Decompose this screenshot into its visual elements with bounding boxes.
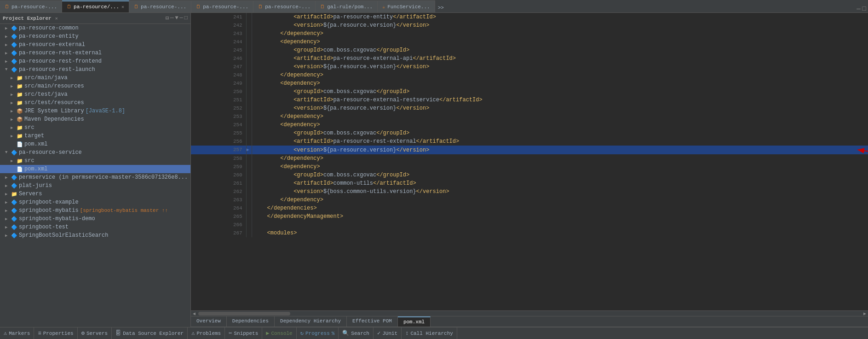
project-explorer-close-icon[interactable]: ✕ bbox=[55, 16, 58, 21]
line-number: 242 bbox=[191, 21, 246, 29]
tab-5-icon: 🗒 bbox=[258, 4, 263, 10]
status-label: Snippets bbox=[234, 331, 258, 336]
tree-item-pa-resource-rest-frontend[interactable]: ▶ 🔷 pa-resource-rest-frontend bbox=[0, 57, 190, 65]
call hierarchy-icon: ↕ bbox=[405, 330, 408, 337]
editor-content[interactable]: 241 <artifactId>pa-resource-entity</arti… bbox=[191, 13, 868, 310]
line-gutter bbox=[246, 88, 252, 96]
status-item-search[interactable]: 🔍Search bbox=[339, 327, 374, 339]
tree-item-servers[interactable]: ▶ 📁 Servers bbox=[0, 190, 190, 198]
tab-4[interactable]: 🗒 pa-resource-... bbox=[191, 0, 253, 12]
status-item-progress[interactable]: ↻Progress % bbox=[297, 327, 339, 339]
tree-item-permservice[interactable]: ▶ 🔷 permservice (in permservice-master-3… bbox=[0, 173, 190, 181]
tab-1[interactable]: 🗒 pa-resource-... bbox=[0, 0, 62, 12]
status-item-junit[interactable]: ✓JUnit bbox=[374, 327, 402, 339]
tab-6[interactable]: 🗒 gal-rule/pom... bbox=[316, 0, 378, 12]
scroll-right-icon[interactable]: ▶ bbox=[862, 311, 868, 316]
tab-1-icon: 🗒 bbox=[5, 4, 9, 10]
tree-item-springboot-mybatis[interactable]: ▶ 🔷 springboot-mybatis [springboot-mybat… bbox=[0, 206, 190, 215]
tree-item-springboot-solr[interactable]: ▶ 🔷 SpringBootSolrElasticSearch bbox=[0, 231, 190, 240]
line-number: 252 bbox=[191, 104, 246, 112]
bottom-tab-pom.xml[interactable]: pom.xml bbox=[398, 316, 431, 327]
arrow-icon: ▶ bbox=[5, 26, 10, 31]
tab-2-close[interactable]: ✕ bbox=[121, 4, 124, 10]
code-table: 241 <artifactId>pa-resource-entity</arti… bbox=[191, 13, 868, 237]
panel-max-icon[interactable]: □ bbox=[184, 15, 188, 22]
tab-5[interactable]: 🗒 pa-resource-... bbox=[253, 0, 316, 12]
arrow-icon: ▶ bbox=[5, 233, 10, 238]
line-code: <artifactId>pa-resource-rest-external</a… bbox=[252, 137, 868, 146]
arrow-icon: ▶ bbox=[5, 183, 10, 188]
minimize-icon[interactable]: — bbox=[857, 5, 860, 12]
line-code: </dependency> bbox=[252, 29, 868, 38]
tree-item-pa-resource-rest-external[interactable]: ▶ 🔷 pa-resource-rest-external bbox=[0, 49, 190, 57]
status-item-snippets[interactable]: ✂Snippets bbox=[225, 327, 262, 339]
folder-icon: 📁 bbox=[17, 83, 23, 89]
link-editor-icon[interactable]: ↔ bbox=[170, 15, 173, 22]
line-code: <dependency> bbox=[252, 163, 868, 171]
scroll-left-icon[interactable]: ◀ bbox=[191, 311, 197, 316]
project-tree[interactable]: ▶ 🔷 pa-resource-common ▶ 🔷 pa-resource-e… bbox=[0, 24, 190, 327]
folder-icon: 📁 bbox=[17, 158, 23, 164]
line-number: 262 bbox=[191, 187, 246, 196]
line-number: 256 bbox=[191, 137, 246, 146]
tree-item-pom-xml-2[interactable]: 📄 pom.xml bbox=[0, 165, 190, 173]
arrow-icon: ▶ bbox=[5, 59, 10, 64]
jar-icon: 📦 bbox=[17, 108, 23, 114]
tab-7[interactable]: ☕ FuncService... bbox=[378, 0, 435, 12]
tree-item-springboot-mybatis-demo[interactable]: ▶ 🔷 springboot-mybatis-demo bbox=[0, 215, 190, 223]
line-number: 247 bbox=[191, 63, 246, 71]
folder-icon: 📁 bbox=[11, 191, 17, 197]
tree-item-springboot-test[interactable]: ▶ 🔷 springboot-test bbox=[0, 223, 190, 231]
line-gutter bbox=[246, 196, 252, 204]
line-code: </dependency> bbox=[252, 154, 868, 163]
tab-3[interactable]: 🗒 pa-resource-... bbox=[129, 0, 191, 12]
arrow-icon: ▶ bbox=[5, 51, 10, 56]
tree-item-pa-resource-common[interactable]: ▶ 🔷 pa-resource-common bbox=[0, 24, 190, 32]
status-item-problems[interactable]: ⚠Problems bbox=[188, 327, 225, 339]
tree-item-src-main-java[interactable]: ▶ 📁 src/main/java bbox=[0, 74, 190, 82]
status-item-console[interactable]: ▶Console bbox=[262, 327, 296, 339]
tree-item-plat-juris[interactable]: ▶ 🔷 plat-juris bbox=[0, 181, 190, 190]
bottom-tab-overview[interactable]: Overview bbox=[191, 316, 227, 327]
bottom-tab-dependencies[interactable]: Dependencies bbox=[227, 316, 275, 327]
bottom-tab-dependency-hierarchy[interactable]: Dependency Hierarchy bbox=[275, 316, 347, 327]
panel-min-icon[interactable]: — bbox=[180, 15, 183, 22]
tree-item-pa-resource-rest-launch[interactable]: ▼ 🔷 pa-resource-rest-launch bbox=[0, 65, 190, 74]
arrow-icon: ▶ bbox=[11, 134, 15, 139]
tree-item-target[interactable]: ▶ 📁 target bbox=[0, 132, 190, 140]
tree-item-src[interactable]: ▶ 📁 src bbox=[0, 123, 190, 132]
horizontal-scrollbar[interactable]: ◀ ▶ bbox=[191, 310, 868, 316]
tree-item-pom-xml-1[interactable]: 📄 pom.xml bbox=[0, 140, 190, 148]
tree-item-pa-resource-entity[interactable]: ▶ 🔷 pa-resource-entity bbox=[0, 32, 190, 41]
status-item-call-hierarchy[interactable]: ↕Call Hierarchy bbox=[402, 327, 457, 339]
status-item-data-source-explorer[interactable]: 🗄Data Source Explorer bbox=[112, 327, 188, 339]
tab-overflow[interactable]: >> bbox=[435, 3, 447, 12]
scroll-thumb[interactable] bbox=[198, 312, 290, 316]
line-number: 249 bbox=[191, 79, 246, 88]
tree-label: src bbox=[24, 158, 34, 164]
tree-label-extra: [JavaSE-1.8] bbox=[86, 108, 125, 114]
tab-2[interactable]: 🗒 pa-resource/... ✕ bbox=[62, 0, 129, 12]
arrow-icon: ▼ bbox=[5, 67, 10, 72]
tree-item-src-test-java[interactable]: ▶ 📁 src/test/java bbox=[0, 90, 190, 99]
tree-item-src-2[interactable]: ▶ 📁 src bbox=[0, 157, 190, 165]
tab-7-icon: ☕ bbox=[382, 4, 385, 10]
collapse-all-icon[interactable]: ⊟ bbox=[166, 15, 169, 22]
tree-item-pa-resource-external[interactable]: ▶ 🔷 pa-resource-external bbox=[0, 41, 190, 49]
tree-item-springboot-example[interactable]: ▶ 🔷 springboot-example bbox=[0, 198, 190, 206]
maximize-icon[interactable]: □ bbox=[862, 5, 866, 12]
status-item-markers[interactable]: ⚠Markers bbox=[0, 327, 34, 339]
line-code: <version>${pa.resource.version}</version… bbox=[252, 63, 868, 71]
arrow-icon: ▶ bbox=[11, 92, 15, 97]
tree-item-src-main-resources[interactable]: ▶ 📁 src/main/resources bbox=[0, 82, 190, 90]
status-item-properties[interactable]: ≡Properties bbox=[34, 327, 77, 339]
tree-item-src-test-resources[interactable]: ▶ 📁 src/test/resources bbox=[0, 99, 190, 107]
tab-1-label: pa-resource-... bbox=[11, 4, 57, 10]
panel-menu-icon[interactable]: ▼ bbox=[175, 15, 178, 22]
tree-item-maven-dependencies[interactable]: ▶ 📦 Maven Dependencies bbox=[0, 115, 190, 123]
line-code: </dependencyManagement> bbox=[252, 212, 868, 221]
tree-item-pa-resource-service[interactable]: ▼ 🔷 pa-resource-service bbox=[0, 148, 190, 157]
tree-item-jre-library[interactable]: ▶ 📦 JRE System Library [JavaSE-1.8] bbox=[0, 107, 190, 115]
status-item-servers[interactable]: ⚙Servers bbox=[78, 327, 112, 339]
bottom-tab-effective-pom[interactable]: Effective POM bbox=[347, 316, 398, 327]
